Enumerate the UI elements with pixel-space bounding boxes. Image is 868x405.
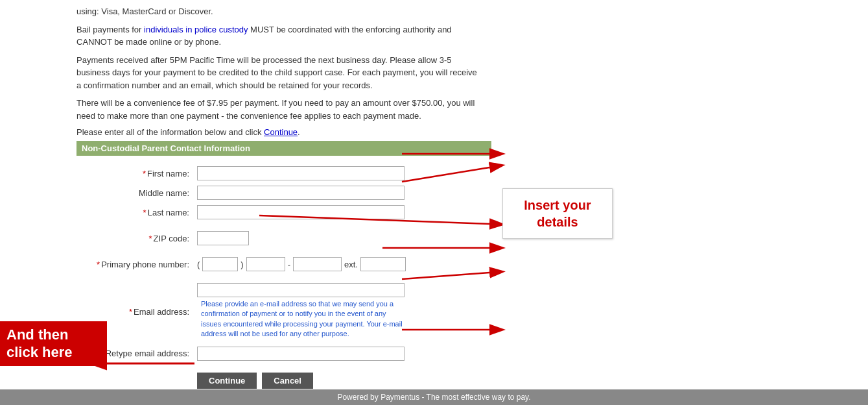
ext-label: ext. [344,260,358,269]
last-name-label: *Last name: [76,202,193,222]
intro-payments: Payments received after 5PM Pacific Time… [76,54,480,92]
middle-name-input[interactable] [197,186,405,200]
retype-email-input[interactable] [197,347,405,361]
section-header: Non-Custodial Parent Contact Information [76,141,491,156]
spacer-row-2 [76,248,491,254]
phone-ext-input[interactable] [360,257,406,271]
continue-link[interactable]: Continue [264,127,298,137]
phone-row: *Primary phone number: ( ) - ext. [76,254,491,274]
email-row: *Email address: Please provide an e-mail… [76,280,491,344]
last-name-row: *Last name: [76,202,491,222]
phone-group: ( ) - ext. [197,257,487,271]
buttons-row: Continue Cancel [197,373,480,389]
intro-line1: using: Visa, MasterCard or Discover. [76,5,480,18]
email-input[interactable] [197,283,405,297]
retype-email-row: *Retype email address: [76,344,491,363]
intro-bail: Bail payments for individuals in police … [76,23,480,49]
zip-row: *ZIP code: [76,228,491,248]
cancel-button[interactable]: Cancel [262,373,313,389]
spacer-row-3 [76,274,491,280]
last-name-input[interactable] [197,205,405,219]
footer-bar: Powered by Paymentus - The most effectiv… [0,389,868,405]
zip-label: *ZIP code: [76,228,193,248]
contact-form: *First name: Middle name: *Last name: [76,164,491,363]
middle-name-label: Middle name: [76,183,193,202]
phone-prefix-input[interactable] [246,257,285,271]
phone-area-input[interactable] [202,257,238,271]
spacer-row-1 [76,222,491,228]
page-wrapper: using: Visa, MasterCard or Discover. Bai… [0,0,868,405]
first-name-label: *First name: [76,164,193,183]
click-here-annotation: And then click here [0,321,107,366]
email-note: Please provide an e-mail address so that… [197,297,405,341]
continue-button[interactable]: Continue [197,373,257,389]
police-custody-link[interactable]: individuals in police custody [144,25,248,34]
first-name-input[interactable] [197,166,405,180]
intro-fee: There will be a convenience fee of $7.95… [76,97,480,122]
first-name-row: *First name: [76,164,491,183]
phone-label: *Primary phone number: [76,254,193,274]
please-enter-text: Please enter all of the information belo… [76,127,480,137]
middle-name-row: Middle name: [76,183,491,202]
phone-number-input[interactable] [293,257,342,271]
zip-input[interactable] [197,231,249,245]
insert-details-annotation: Insert your details [502,188,613,239]
